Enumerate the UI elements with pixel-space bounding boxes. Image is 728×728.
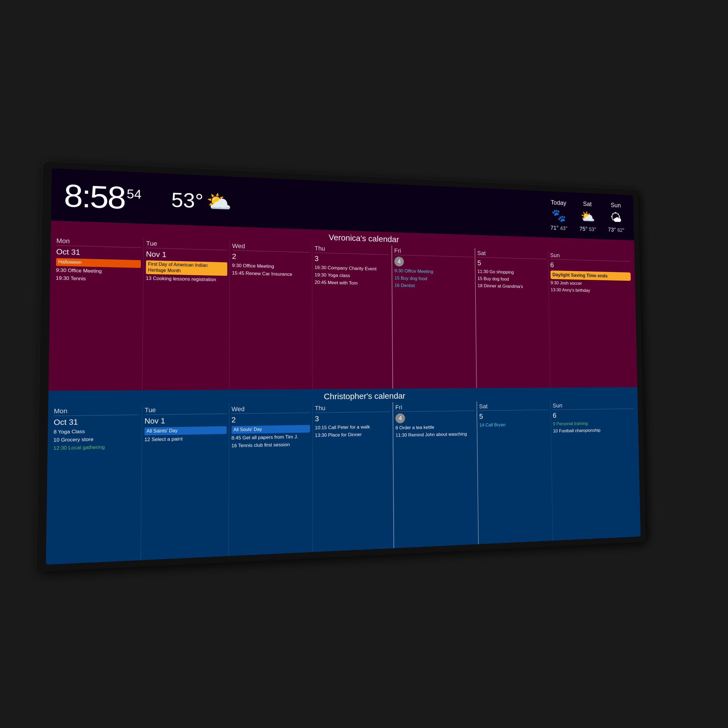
veronica-grid: Mon Oct 31 Halloween 9:30 Office Meeting…	[48, 235, 637, 391]
veronica-tue-event1: 13 Cooking lessons registration	[146, 275, 227, 283]
veronica-wed-date: 2	[232, 251, 236, 262]
forecast-today-label: Today	[551, 199, 566, 206]
forecast-sat-temps: 75° 53°	[580, 226, 596, 233]
weather-current: 53° ⛅	[171, 188, 231, 213]
veronica-thu-event2: 19:30 Yoga class	[315, 272, 389, 280]
chris-fri-event1: 8 Order a tea kettle	[396, 424, 475, 431]
veronica-sun-date: 6	[550, 260, 554, 270]
veronica-sat-event3: 18 Dinner at Grandma's	[478, 283, 547, 291]
chris-sun-date: 6	[553, 410, 557, 421]
daylight-badge: Daylight Saving Time ends	[551, 271, 631, 281]
chris-sat-event1: 14 Call Bryan	[479, 421, 549, 428]
chris-wed-label: Wed	[232, 403, 310, 413]
veronica-fri-event2: 15 Buy dog food	[395, 275, 473, 283]
chris-sun-event1: 9 Personal training	[553, 420, 634, 427]
veronica-wed-event2: 15:45 Renew Car Insurance	[232, 270, 310, 278]
chris-sun-label: Sun	[552, 400, 633, 410]
veronica-calendar: Veronica's calendar Mon Oct 31 Halloween…	[48, 220, 637, 391]
forecast-sun-label: Sun	[611, 201, 621, 209]
veronica-fri-event3: 16 Dentist	[395, 282, 473, 290]
veronica-sat-event1: 11:30 Go shopping	[477, 269, 546, 276]
weather-icon: ⛅	[206, 190, 232, 213]
veronica-mon-date: Oct 31	[56, 246, 80, 258]
christopher-calendar: Christopher's calendar Mon Oct 31 8 Yoga…	[46, 387, 641, 565]
veronica-thu-event3: 20:45 Meet with Tom	[315, 279, 389, 287]
weather-temp: 53°	[171, 188, 203, 213]
forecast-today-temps: 71° 43°	[551, 225, 567, 232]
forecast-sun: Sun 🌤 73° 62°	[607, 201, 624, 234]
christopher-grid: Mon Oct 31 8 Yoga Class 10 Grocery store…	[46, 400, 641, 564]
chris-col-tue: Tue Nov 1 All Saints' Day 12 Select a pa…	[141, 404, 229, 560]
calendars-area: Veronica's calendar Mon Oct 31 Halloween…	[46, 220, 641, 565]
tv-screen: 8:58 54 53° ⛅ Today 🐾 71° 43° Sat	[46, 168, 641, 564]
veronica-tue-date: Nov 1	[146, 249, 166, 260]
forecast-sat: Sat ⛅ 75° 53°	[579, 200, 596, 233]
halloween-badge: Halloween	[56, 258, 141, 268]
chris-mon-date: Oct 31	[54, 416, 78, 428]
chris-mon-event3: 12:30 Local gathering	[53, 444, 139, 452]
veronica-fri-event1: 9:30 Office Meeting	[395, 268, 473, 276]
forecast-sun-temps: 73° 62°	[608, 226, 624, 234]
weather-forecast: Today 🐾 71° 43° Sat ⛅ 75° 53° S	[550, 199, 624, 234]
forecast-sat-icon: ⛅	[580, 210, 595, 224]
chris-wed-date: 2	[232, 414, 236, 425]
veronica-mon-event2: 19:30 Tennis	[56, 275, 141, 283]
heritage-badge: First Day of American Indian Heritage Mo…	[146, 260, 227, 276]
chris-thu-event1: 10:15 Call Peter for a walk	[315, 424, 390, 431]
clock-section: 8:58 54	[64, 179, 142, 214]
veronica-col-fri: Fri 4 9:30 Office Meeting 15 Buy dog foo…	[392, 246, 477, 389]
chris-col-thu: Thu 3 10:15 Call Peter for a walk 13:30 …	[313, 402, 394, 552]
chris-col-sat: Sat 5 14 Call Bryan	[477, 401, 553, 544]
chris-wed-event2: 16 Tennis club first session	[231, 441, 310, 450]
veronica-sat-date: 5	[477, 258, 481, 268]
veronica-col-wed: Wed 2 9:30 Office Meeting 15:45 Renew Ca…	[229, 241, 313, 390]
chris-col-wed: Wed 2 All Souls' Day 8:45 Get all papers…	[229, 403, 313, 556]
forecast-sat-label: Sat	[583, 200, 592, 208]
chris-fri-label: Fri	[395, 401, 474, 411]
veronica-wed-event1: 9:30 Office Meeting	[232, 262, 310, 271]
veronica-thu-date: 3	[315, 253, 319, 264]
veronica-fri-date: 4	[394, 257, 404, 266]
chris-thu-date: 3	[315, 413, 319, 424]
veronica-col-sun: Sun 6 Daylight Saving Time ends 9:30 Jos…	[548, 250, 635, 388]
chris-thu-label: Thu	[315, 402, 390, 412]
chris-col-sun: Sun 6 9 Personal training 10 Football ch…	[551, 400, 638, 541]
chris-fri-date: 4	[395, 413, 405, 423]
veronica-col-tue: Tue Nov 1 First Day of American Indian H…	[142, 238, 229, 390]
veronica-sat-event2: 15 Buy dog food	[477, 276, 546, 283]
allsouls-badge: All Souls' Day	[231, 425, 310, 434]
chris-mon-event1: 8 Yoga Class	[54, 427, 139, 436]
chris-tue-label: Tue	[144, 404, 226, 414]
chris-tue-date: Nov 1	[144, 415, 165, 426]
veronica-sun-event2: 13:30 Anny's birthday	[551, 287, 631, 295]
veronica-col-sat: Sat 5 11:30 Go shopping 15 Buy dog food …	[475, 248, 551, 388]
veronica-thu-event1: 16:30 Company Charity Event	[315, 265, 389, 272]
clock-seconds: 54	[127, 187, 141, 202]
chris-mon-label: Mon	[54, 405, 139, 416]
chris-mon-event2: 10 Grocery store	[53, 436, 139, 444]
clock-hours: 8:58	[64, 179, 125, 213]
chris-thu-event2: 13:30 Place for Dinner	[315, 431, 390, 439]
veronica-sun-event1: 9:30 Josh soccer	[551, 280, 631, 288]
veronica-mon-event1: 9:30 Office Meeting	[56, 267, 141, 275]
chris-fri-event2: 11:30 Remind John about wasching	[396, 431, 475, 439]
chris-col-mon: Mon Oct 31 8 Yoga Class 10 Grocery store…	[49, 405, 142, 564]
veronica-col-mon: Mon Oct 31 Halloween 9:30 Office Meeting…	[52, 235, 144, 391]
allsaints-badge: All Saints' Day	[144, 426, 226, 435]
chris-tue-event1: 12 Select a paint	[144, 435, 226, 444]
chris-col-fri: Fri 4 8 Order a tea kettle 11:30 Remind …	[393, 401, 479, 548]
chris-wed-event1: 8:45 Get all papers from Tim J.	[231, 433, 310, 442]
chris-sun-event2: 10 Football championship	[553, 427, 634, 434]
forecast-sun-icon: 🌤	[610, 210, 622, 225]
veronica-col-thu: Thu 3 16:30 Company Charity Event 19:30 …	[312, 243, 393, 389]
forecast-today-icon: 🐾	[551, 208, 566, 223]
tv-frame: 8:58 54 53° ⛅ Today 🐾 71° 43° Sat	[37, 162, 646, 572]
forecast-today: Today 🐾 71° 43°	[550, 199, 567, 232]
chris-sat-label: Sat	[479, 401, 549, 411]
chris-sat-date: 5	[479, 411, 483, 421]
